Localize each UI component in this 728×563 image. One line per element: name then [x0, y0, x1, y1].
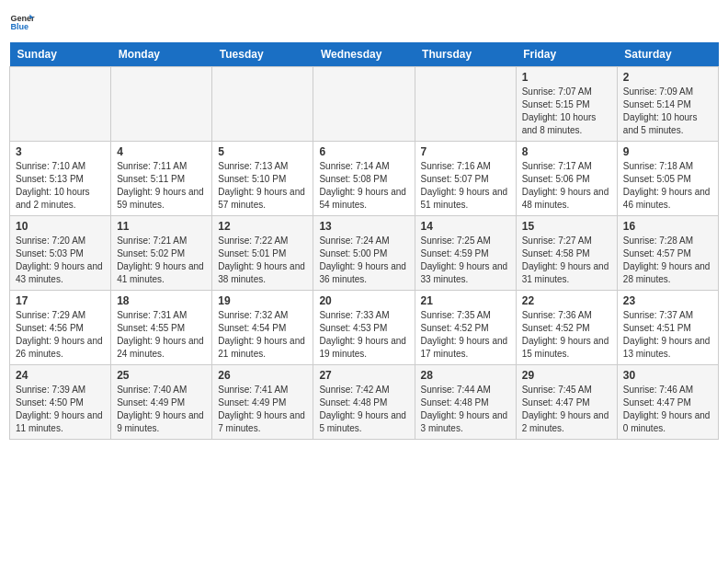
- day-number: 30: [623, 369, 712, 382]
- weekday-header: Monday: [111, 42, 212, 67]
- day-number: 18: [117, 294, 206, 307]
- calendar-cell: 20Sunrise: 7:33 AM Sunset: 4:53 PM Dayli…: [313, 291, 415, 365]
- calendar-cell: 14Sunrise: 7:25 AM Sunset: 4:59 PM Dayli…: [415, 216, 516, 291]
- day-info: Sunrise: 7:29 AM Sunset: 4:56 PM Dayligh…: [16, 309, 105, 361]
- day-number: 4: [117, 145, 206, 158]
- day-number: 8: [522, 145, 611, 158]
- day-info: Sunrise: 7:25 AM Sunset: 4:59 PM Dayligh…: [421, 235, 510, 286]
- calendar-cell: 18Sunrise: 7:31 AM Sunset: 4:55 PM Dayli…: [111, 291, 212, 365]
- day-info: Sunrise: 7:39 AM Sunset: 4:50 PM Dayligh…: [16, 384, 105, 435]
- weekday-header: Sunday: [10, 42, 111, 67]
- day-info: Sunrise: 7:45 AM Sunset: 4:47 PM Dayligh…: [522, 384, 611, 435]
- calendar-week: 24Sunrise: 7:39 AM Sunset: 4:50 PM Dayli…: [10, 365, 719, 440]
- calendar-cell: [415, 67, 516, 142]
- day-info: Sunrise: 7:14 AM Sunset: 5:08 PM Dayligh…: [319, 160, 408, 212]
- day-info: Sunrise: 7:09 AM Sunset: 5:14 PM Dayligh…: [623, 86, 712, 137]
- calendar-cell: 25Sunrise: 7:40 AM Sunset: 4:49 PM Dayli…: [111, 365, 212, 440]
- day-number: 20: [319, 294, 408, 307]
- day-info: Sunrise: 7:28 AM Sunset: 4:57 PM Dayligh…: [623, 235, 712, 286]
- day-info: Sunrise: 7:35 AM Sunset: 4:52 PM Dayligh…: [421, 309, 510, 361]
- calendar-cell: 5Sunrise: 7:13 AM Sunset: 5:10 PM Daylig…: [212, 142, 313, 216]
- day-number: 10: [16, 220, 105, 233]
- calendar-cell: 8Sunrise: 7:17 AM Sunset: 5:06 PM Daylig…: [516, 142, 617, 216]
- day-number: 12: [218, 220, 307, 233]
- calendar-week: 17Sunrise: 7:29 AM Sunset: 4:56 PM Dayli…: [10, 291, 719, 365]
- calendar-cell: 26Sunrise: 7:41 AM Sunset: 4:49 PM Dayli…: [212, 365, 313, 440]
- calendar-cell: 29Sunrise: 7:45 AM Sunset: 4:47 PM Dayli…: [516, 365, 617, 440]
- day-info: Sunrise: 7:21 AM Sunset: 5:02 PM Dayligh…: [117, 235, 206, 286]
- day-number: 14: [421, 220, 510, 233]
- day-number: 22: [522, 294, 611, 307]
- calendar-cell: 7Sunrise: 7:16 AM Sunset: 5:07 PM Daylig…: [415, 142, 516, 216]
- day-info: Sunrise: 7:17 AM Sunset: 5:06 PM Dayligh…: [522, 160, 611, 212]
- day-info: Sunrise: 7:41 AM Sunset: 4:49 PM Dayligh…: [218, 384, 307, 435]
- calendar-cell: 28Sunrise: 7:44 AM Sunset: 4:48 PM Dayli…: [415, 365, 516, 440]
- day-number: 7: [421, 145, 510, 158]
- weekday-header: Saturday: [617, 42, 718, 67]
- day-number: 21: [421, 294, 510, 307]
- day-info: Sunrise: 7:20 AM Sunset: 5:03 PM Dayligh…: [16, 235, 105, 286]
- day-info: Sunrise: 7:11 AM Sunset: 5:11 PM Dayligh…: [117, 160, 206, 212]
- day-info: Sunrise: 7:13 AM Sunset: 5:10 PM Dayligh…: [218, 160, 307, 212]
- svg-text:Blue: Blue: [10, 22, 28, 31]
- day-number: 6: [319, 145, 408, 158]
- calendar-cell: [111, 67, 212, 142]
- day-number: 27: [319, 369, 408, 382]
- calendar-cell: 12Sunrise: 7:22 AM Sunset: 5:01 PM Dayli…: [212, 216, 313, 291]
- day-info: Sunrise: 7:32 AM Sunset: 4:54 PM Dayligh…: [218, 309, 307, 361]
- calendar-cell: 6Sunrise: 7:14 AM Sunset: 5:08 PM Daylig…: [313, 142, 415, 216]
- day-info: Sunrise: 7:33 AM Sunset: 4:53 PM Dayligh…: [319, 309, 408, 361]
- day-number: 19: [218, 294, 307, 307]
- calendar-cell: 11Sunrise: 7:21 AM Sunset: 5:02 PM Dayli…: [111, 216, 212, 291]
- logo-icon: General Blue: [9, 9, 35, 35]
- calendar-week: 3Sunrise: 7:10 AM Sunset: 5:13 PM Daylig…: [10, 142, 719, 216]
- day-info: Sunrise: 7:22 AM Sunset: 5:01 PM Dayligh…: [218, 235, 307, 286]
- day-info: Sunrise: 7:40 AM Sunset: 4:49 PM Dayligh…: [117, 384, 206, 435]
- day-info: Sunrise: 7:44 AM Sunset: 4:48 PM Dayligh…: [421, 384, 510, 435]
- day-number: 9: [623, 145, 712, 158]
- calendar-cell: 23Sunrise: 7:37 AM Sunset: 4:51 PM Dayli…: [617, 291, 718, 365]
- day-number: 28: [421, 369, 510, 382]
- calendar-table: SundayMondayTuesdayWednesdayThursdayFrid…: [9, 42, 719, 440]
- day-info: Sunrise: 7:16 AM Sunset: 5:07 PM Dayligh…: [421, 160, 510, 212]
- calendar-cell: 13Sunrise: 7:24 AM Sunset: 5:00 PM Dayli…: [313, 216, 415, 291]
- day-info: Sunrise: 7:42 AM Sunset: 4:48 PM Dayligh…: [319, 384, 408, 435]
- calendar-cell: 21Sunrise: 7:35 AM Sunset: 4:52 PM Dayli…: [415, 291, 516, 365]
- calendar-cell: 10Sunrise: 7:20 AM Sunset: 5:03 PM Dayli…: [10, 216, 111, 291]
- calendar-cell: 19Sunrise: 7:32 AM Sunset: 4:54 PM Dayli…: [212, 291, 313, 365]
- weekday-header: Tuesday: [212, 42, 313, 67]
- calendar-cell: 24Sunrise: 7:39 AM Sunset: 4:50 PM Dayli…: [10, 365, 111, 440]
- calendar-cell: 9Sunrise: 7:18 AM Sunset: 5:05 PM Daylig…: [617, 142, 718, 216]
- day-info: Sunrise: 7:24 AM Sunset: 5:00 PM Dayligh…: [319, 235, 408, 286]
- calendar-cell: 30Sunrise: 7:46 AM Sunset: 4:47 PM Dayli…: [617, 365, 718, 440]
- day-number: 29: [522, 369, 611, 382]
- day-number: 17: [16, 294, 105, 307]
- day-info: Sunrise: 7:18 AM Sunset: 5:05 PM Dayligh…: [623, 160, 712, 212]
- calendar-week: 10Sunrise: 7:20 AM Sunset: 5:03 PM Dayli…: [10, 216, 719, 291]
- day-number: 13: [319, 220, 408, 233]
- weekday-header: Friday: [516, 42, 617, 67]
- calendar-cell: 15Sunrise: 7:27 AM Sunset: 4:58 PM Dayli…: [516, 216, 617, 291]
- calendar-cell: 2Sunrise: 7:09 AM Sunset: 5:14 PM Daylig…: [617, 67, 718, 142]
- day-number: 1: [522, 71, 611, 84]
- day-info: Sunrise: 7:46 AM Sunset: 4:47 PM Dayligh…: [623, 384, 712, 435]
- day-info: Sunrise: 7:27 AM Sunset: 4:58 PM Dayligh…: [522, 235, 611, 286]
- day-info: Sunrise: 7:37 AM Sunset: 4:51 PM Dayligh…: [623, 309, 712, 361]
- day-number: 15: [522, 220, 611, 233]
- day-number: 3: [16, 145, 105, 158]
- calendar-cell: 1Sunrise: 7:07 AM Sunset: 5:15 PM Daylig…: [516, 67, 617, 142]
- calendar-header: SundayMondayTuesdayWednesdayThursdayFrid…: [10, 42, 719, 67]
- calendar-cell: [212, 67, 313, 142]
- logo: General Blue: [9, 9, 37, 35]
- day-number: 16: [623, 220, 712, 233]
- day-number: 2: [623, 71, 712, 84]
- day-info: Sunrise: 7:10 AM Sunset: 5:13 PM Dayligh…: [16, 160, 105, 212]
- day-number: 24: [16, 369, 105, 382]
- day-info: Sunrise: 7:36 AM Sunset: 4:52 PM Dayligh…: [522, 309, 611, 361]
- day-info: Sunrise: 7:31 AM Sunset: 4:55 PM Dayligh…: [117, 309, 206, 361]
- day-number: 26: [218, 369, 307, 382]
- weekday-header: Wednesday: [313, 42, 415, 67]
- day-info: Sunrise: 7:07 AM Sunset: 5:15 PM Dayligh…: [522, 86, 611, 137]
- calendar-cell: 16Sunrise: 7:28 AM Sunset: 4:57 PM Dayli…: [617, 216, 718, 291]
- calendar-cell: [313, 67, 415, 142]
